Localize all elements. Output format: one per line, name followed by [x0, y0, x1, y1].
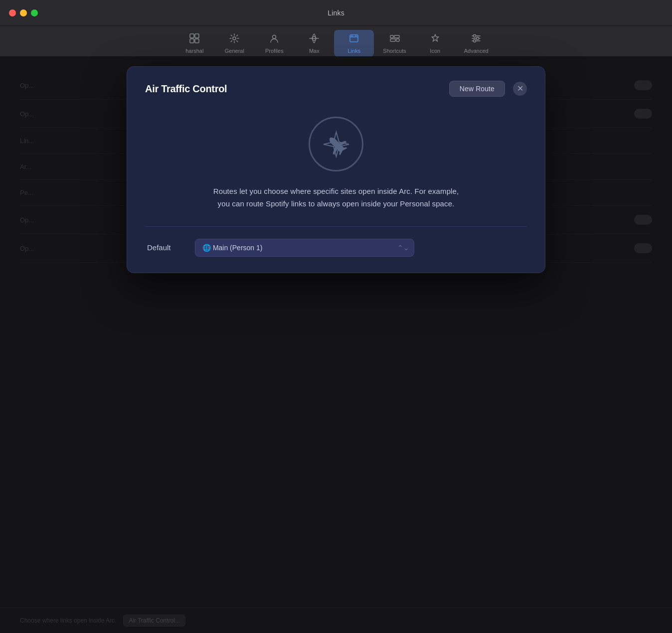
svg-point-19: [477, 37, 479, 40]
title-bar: Links: [0, 0, 672, 26]
svg-point-4: [233, 37, 236, 40]
tab-links-label: Links: [347, 48, 360, 54]
tab-advanced[interactable]: Advanced: [455, 30, 498, 57]
window-controls: [9, 9, 38, 16]
modal-header-actions: New Route ✕: [449, 81, 527, 97]
tab-max-label: Max: [309, 48, 320, 54]
max-icon: [309, 33, 320, 45]
modal-body: Routes let you choose where specific sit…: [145, 97, 527, 220]
close-icon: ✕: [517, 85, 523, 93]
new-route-button[interactable]: New Route: [449, 81, 505, 97]
modal-overlay: Air Traffic Control New Route ✕: [0, 56, 672, 633]
svg-rect-12: [394, 35, 399, 38]
tab-profiles-label: Profiles: [265, 48, 284, 54]
tab-shortcuts[interactable]: Shortcuts: [374, 30, 415, 57]
general-icon: [229, 33, 240, 45]
harshal-icon: [189, 33, 200, 45]
modal-description: Routes let you choose where specific sit…: [211, 185, 461, 210]
default-row: Default 🌐 Main (Person 1) ⌃⌄: [145, 239, 527, 257]
svg-rect-0: [190, 34, 194, 38]
air-traffic-control-modal: Air Traffic Control New Route ✕: [127, 66, 545, 273]
modal-header: Air Traffic Control New Route ✕: [145, 81, 527, 97]
tab-icon-label: Icon: [430, 48, 440, 54]
svg-rect-7: [350, 35, 358, 42]
svg-point-20: [474, 40, 476, 42]
background-window: Links harshal General: [0, 0, 672, 633]
modal-title: Air Traffic Control: [145, 83, 227, 95]
svg-rect-14: [396, 39, 399, 41]
tab-harshal[interactable]: harshal: [174, 30, 214, 57]
tab-icon[interactable]: Icon: [415, 30, 455, 57]
close-window-button[interactable]: [9, 9, 16, 16]
svg-point-5: [273, 35, 276, 39]
tab-general-label: General: [225, 48, 244, 54]
svg-rect-1: [195, 34, 199, 38]
select-wrapper: 🌐 Main (Person 1) ⌃⌄: [195, 239, 414, 257]
maximize-window-button[interactable]: [31, 9, 38, 16]
svg-rect-13: [390, 39, 395, 41]
airplane-icon: [320, 128, 352, 160]
icon-tab-icon: [430, 33, 441, 45]
svg-rect-2: [190, 39, 194, 43]
airplane-icon-container: [309, 117, 363, 171]
tab-max[interactable]: Max: [294, 30, 334, 57]
tab-shortcuts-label: Shortcuts: [383, 48, 406, 54]
svg-rect-11: [390, 35, 393, 38]
tab-advanced-label: Advanced: [464, 48, 489, 54]
svg-rect-3: [195, 39, 199, 43]
tab-general[interactable]: General: [214, 30, 254, 57]
tab-profiles[interactable]: Profiles: [254, 30, 294, 57]
minimize-window-button[interactable]: [20, 9, 27, 16]
window-title: Links: [328, 9, 344, 17]
shortcuts-icon: [389, 33, 400, 45]
default-label: Default: [147, 243, 187, 252]
links-icon: [348, 33, 359, 45]
tab-harshal-label: harshal: [185, 48, 203, 54]
advanced-icon: [471, 33, 482, 45]
modal-divider: [145, 226, 527, 227]
default-profile-select[interactable]: 🌐 Main (Person 1): [195, 239, 414, 257]
svg-point-18: [474, 35, 476, 37]
modal-close-button[interactable]: ✕: [513, 82, 527, 96]
tab-links[interactable]: Links: [334, 30, 374, 57]
profiles-icon: [269, 33, 280, 45]
